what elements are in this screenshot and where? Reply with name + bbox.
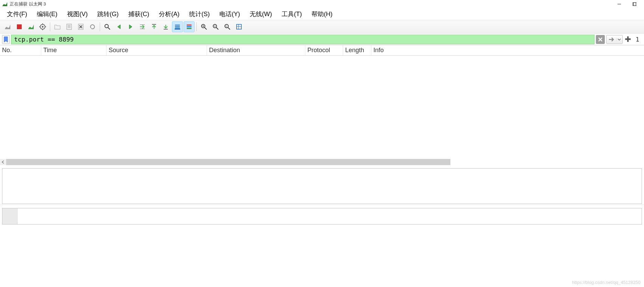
open-file-button[interactable] bbox=[52, 21, 63, 32]
menu-go[interactable]: 跳转(G) bbox=[92, 9, 123, 20]
menu-file[interactable]: 文件(F) bbox=[2, 9, 32, 20]
filter-history-dropdown[interactable] bbox=[616, 38, 622, 41]
maximize-button[interactable] bbox=[627, 0, 642, 8]
titlebar: 正在捕获 以太网 3 bbox=[0, 0, 644, 8]
capture-options-button[interactable] bbox=[37, 21, 48, 32]
menu-view[interactable]: 视图(V) bbox=[62, 9, 92, 20]
packet-list-body[interactable] bbox=[0, 56, 644, 159]
menu-help[interactable]: 帮助(H) bbox=[307, 9, 337, 20]
reload-file-button[interactable] bbox=[87, 21, 98, 32]
hscroll-track[interactable] bbox=[6, 159, 644, 165]
svg-line-35 bbox=[216, 27, 218, 30]
zoom-reset-button[interactable]: 1 bbox=[222, 21, 233, 32]
toolbar: 1 bbox=[0, 20, 644, 34]
filter-add-button[interactable]: ✚ bbox=[624, 35, 632, 44]
bytes-pane-tab[interactable] bbox=[2, 208, 18, 224]
column-header-destination[interactable]: Destination bbox=[207, 45, 305, 55]
filter-bookmark-button[interactable] bbox=[2, 35, 10, 44]
window-title: 正在捕获 以太网 3 bbox=[10, 1, 46, 7]
filter-expression-count: 1 bbox=[633, 36, 642, 43]
go-first-button[interactable] bbox=[149, 21, 160, 32]
filter-apply-button[interactable] bbox=[606, 35, 623, 44]
go-back-button[interactable] bbox=[113, 21, 124, 32]
menu-statistics[interactable]: 统计(S) bbox=[184, 9, 215, 20]
pane-splitter[interactable] bbox=[0, 205, 644, 207]
svg-line-31 bbox=[205, 27, 207, 30]
zoom-out-button[interactable] bbox=[210, 21, 221, 32]
watermark: https://blog.csdn.net/qq_45128250 bbox=[572, 280, 641, 285]
svg-point-17 bbox=[105, 24, 108, 28]
minimize-button[interactable] bbox=[612, 0, 627, 8]
menubar: 文件(F) 编辑(E) 视图(V) 跳转(G) 捕获(C) 分析(A) 统计(S… bbox=[0, 8, 644, 20]
stop-capture-button[interactable] bbox=[14, 21, 25, 32]
go-to-packet-button[interactable] bbox=[137, 21, 148, 32]
column-header-length[interactable]: Length bbox=[343, 45, 371, 55]
svg-line-18 bbox=[108, 27, 110, 30]
display-filter-input[interactable] bbox=[11, 35, 594, 44]
packet-details-pane[interactable] bbox=[2, 168, 642, 204]
packet-bytes-pane[interactable] bbox=[2, 208, 642, 225]
column-header-source[interactable]: Source bbox=[107, 45, 207, 55]
hscroll-left-button[interactable] bbox=[0, 159, 6, 165]
filter-bar: ✚ 1 bbox=[0, 34, 644, 45]
packet-list-header: No. Time Source Destination Protocol Len… bbox=[0, 45, 644, 56]
start-capture-button[interactable] bbox=[2, 21, 13, 32]
svg-text:1: 1 bbox=[226, 25, 227, 27]
find-button[interactable] bbox=[102, 21, 113, 32]
close-file-button[interactable] bbox=[75, 21, 86, 32]
toolbar-separator bbox=[50, 22, 50, 31]
svg-rect-1 bbox=[633, 3, 636, 6]
svg-line-38 bbox=[228, 27, 230, 30]
menu-analyze[interactable]: 分析(A) bbox=[154, 9, 184, 20]
packet-list-hscroll[interactable] bbox=[0, 159, 644, 165]
app-icon bbox=[2, 1, 8, 7]
go-forward-button[interactable] bbox=[125, 21, 136, 32]
column-header-info[interactable]: Info bbox=[371, 45, 644, 55]
svg-point-5 bbox=[42, 26, 44, 28]
colorize-button[interactable] bbox=[184, 21, 195, 32]
menu-wireless[interactable]: 无线(W) bbox=[245, 9, 277, 20]
menu-tools[interactable]: 工具(T) bbox=[277, 9, 307, 20]
pane-splitter[interactable] bbox=[0, 165, 644, 168]
svg-rect-40 bbox=[237, 24, 241, 29]
menu-edit[interactable]: 编辑(E) bbox=[32, 9, 62, 20]
go-last-button[interactable] bbox=[160, 21, 171, 32]
column-header-time[interactable]: Time bbox=[41, 45, 107, 55]
zoom-in-button[interactable] bbox=[198, 21, 209, 32]
svg-rect-3 bbox=[17, 24, 22, 29]
resize-columns-button[interactable] bbox=[233, 21, 244, 32]
filter-clear-button[interactable] bbox=[596, 35, 605, 44]
svg-rect-10 bbox=[67, 24, 72, 30]
auto-scroll-button[interactable] bbox=[172, 21, 183, 32]
svg-rect-26 bbox=[175, 28, 180, 30]
column-header-no[interactable]: No. bbox=[0, 45, 41, 55]
hscroll-thumb[interactable] bbox=[6, 159, 450, 165]
menu-telephony[interactable]: 电话(Y) bbox=[215, 9, 245, 20]
restart-capture-button[interactable] bbox=[25, 21, 36, 32]
toolbar-separator bbox=[100, 22, 100, 31]
save-file-button[interactable] bbox=[64, 21, 75, 32]
menu-capture[interactable]: 捕获(C) bbox=[123, 9, 154, 20]
column-header-protocol[interactable]: Protocol bbox=[305, 45, 343, 55]
toolbar-separator bbox=[196, 22, 197, 31]
